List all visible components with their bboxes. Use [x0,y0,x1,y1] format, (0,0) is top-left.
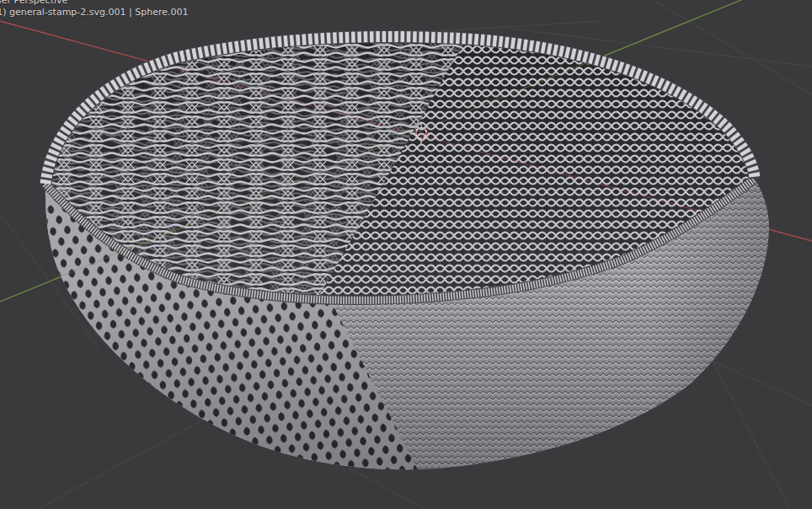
viewport-canvas[interactable] [0,0,812,509]
3d-viewport[interactable]: User Perspective (1) general-stamp-2.svg… [0,0,812,509]
